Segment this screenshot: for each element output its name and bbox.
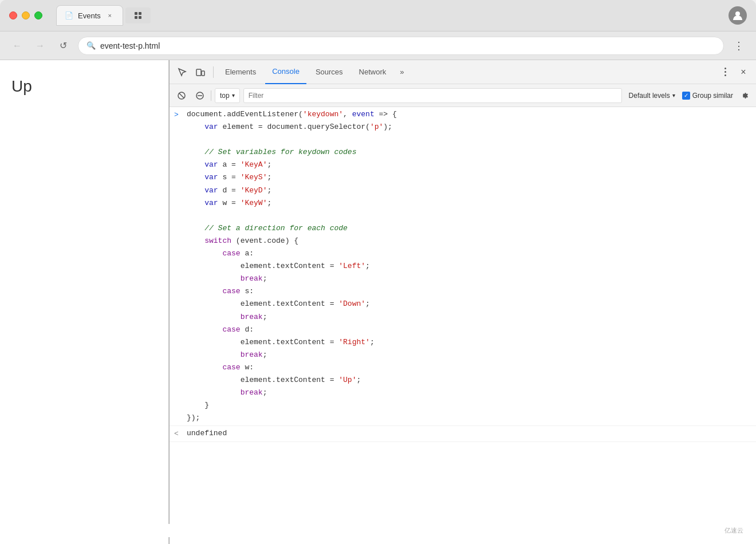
- tab-bar: 📄 Events ×: [56, 5, 722, 26]
- main-content: Up Elements: [0, 60, 756, 544]
- reload-button[interactable]: ↺: [55, 38, 71, 54]
- minimize-button[interactable]: [22, 11, 30, 19]
- devtools-options-button[interactable]: [717, 64, 733, 80]
- group-similar-checkbox[interactable]: ✓: [682, 92, 690, 100]
- tab-console[interactable]: Console: [265, 60, 306, 84]
- svg-point-4: [735, 11, 740, 16]
- device-toggle-button[interactable]: [192, 64, 208, 80]
- block-button[interactable]: [192, 88, 207, 103]
- context-selector[interactable]: top ▾: [215, 88, 240, 103]
- svg-line-8: [179, 93, 184, 98]
- back-icon: ←: [13, 41, 22, 51]
- output-prompt: <: [174, 427, 182, 440]
- browser-tab[interactable]: 📄 Events ×: [56, 5, 123, 26]
- watermark: 亿速云: [163, 524, 749, 537]
- svg-rect-1: [139, 12, 141, 15]
- webpage-content: Up: [11, 77, 32, 96]
- back-button[interactable]: ←: [9, 38, 25, 54]
- forward-icon: →: [36, 41, 45, 51]
- traffic-lights: [9, 11, 42, 19]
- levels-label: Default levels: [629, 92, 670, 100]
- input-prompt: >: [174, 108, 182, 121]
- toolbar-divider-1: [213, 66, 214, 78]
- url-text: event-test-p.html: [100, 41, 715, 50]
- maximize-button[interactable]: [34, 11, 42, 19]
- tab-sources[interactable]: Sources: [309, 60, 350, 84]
- group-similar-checkbox-group[interactable]: ✓ Group similar: [682, 92, 733, 100]
- console-output-line: < undefined: [170, 426, 756, 442]
- svg-rect-5: [196, 69, 201, 76]
- levels-arrow-icon: ▾: [672, 92, 675, 98]
- dropdown-arrow-icon: ▾: [232, 92, 235, 98]
- tab-title: Events: [78, 11, 101, 20]
- svg-rect-3: [139, 16, 141, 19]
- menu-dots-icon: ⋮: [734, 40, 744, 52]
- url-input-container[interactable]: 🔍 event-test-p.html: [78, 37, 724, 55]
- devtools-close-button[interactable]: ×: [735, 64, 751, 80]
- svg-rect-6: [202, 71, 204, 76]
- context-value: top: [220, 92, 230, 100]
- tab-network[interactable]: Network: [352, 60, 393, 84]
- svg-rect-2: [135, 16, 137, 19]
- three-dots-icon: [722, 65, 729, 78]
- console-toolbar: top ▾ Default levels ▾ ✓ Group similar: [170, 84, 756, 107]
- browser-menu-button[interactable]: ⋮: [731, 38, 747, 54]
- devtools-panel: Elements Console Sources Network »: [169, 60, 756, 544]
- console-input-line: > document.addEventListener('keydown', e…: [170, 107, 756, 426]
- devtools-tab-bar: Elements Console Sources Network »: [170, 60, 756, 84]
- group-similar-label: Group similar: [692, 92, 733, 100]
- tab-close-button[interactable]: ×: [105, 11, 115, 20]
- clear-console-button[interactable]: [174, 88, 189, 103]
- console-settings-button[interactable]: [737, 88, 751, 103]
- forward-button[interactable]: →: [32, 38, 48, 54]
- tab-elements[interactable]: Elements: [218, 60, 263, 84]
- profile-icon[interactable]: [729, 6, 747, 25]
- tab-more-button[interactable]: »: [395, 60, 408, 84]
- console-divider-1: [211, 90, 211, 101]
- element-picker-button[interactable]: [174, 64, 190, 80]
- webpage-area: Up: [0, 60, 169, 544]
- console-output-value: undefined: [187, 427, 751, 440]
- url-bar: ← → ↺ 🔍 event-test-p.html ⋮: [0, 31, 756, 60]
- search-icon: 🔍: [86, 41, 96, 50]
- title-bar: 📄 Events ×: [0, 0, 756, 31]
- svg-rect-0: [135, 12, 137, 15]
- close-icon: ×: [741, 67, 746, 77]
- close-button[interactable]: [9, 11, 17, 19]
- console-filter-input[interactable]: [243, 88, 622, 103]
- console-output: > document.addEventListener('keydown', e…: [170, 107, 756, 531]
- reload-icon: ↺: [60, 40, 67, 51]
- new-tab-button[interactable]: [125, 7, 151, 23]
- tab-page-icon: 📄: [65, 11, 73, 19]
- console-code-block: document.addEventListener('keydown', eve…: [187, 108, 751, 424]
- default-levels-button[interactable]: Default levels ▾: [625, 88, 679, 103]
